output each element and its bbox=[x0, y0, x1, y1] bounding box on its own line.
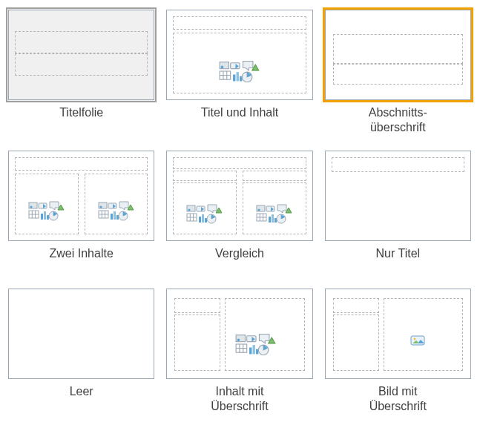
placeholder-caption-left bbox=[173, 171, 237, 181]
layout-thumbnail bbox=[8, 10, 154, 100]
layout-option-leer[interactable]: Leer bbox=[6, 286, 157, 414]
placeholder-title bbox=[173, 16, 306, 30]
layout-label: Titel und Inhalt bbox=[164, 105, 315, 132]
layout-option-inhalt-mit-ueberschrift[interactable]: Inhalt mit Überschrift bbox=[164, 286, 315, 414]
picture-icon bbox=[410, 335, 425, 348]
placeholder-text bbox=[174, 314, 220, 371]
layout-option-bild-mit-ueberschrift[interactable]: Bild mit Überschrift bbox=[323, 286, 473, 414]
layout-option-vergleich[interactable]: Vergleich bbox=[164, 148, 315, 273]
layout-thumbnail bbox=[325, 10, 471, 100]
placeholder-subtitle bbox=[333, 64, 463, 85]
layout-thumbnail bbox=[166, 289, 312, 379]
content-icons-icon bbox=[186, 203, 223, 226]
layout-label: Inhalt mit Überschrift bbox=[164, 384, 315, 414]
layout-option-titelfolie[interactable]: Titelfolie bbox=[6, 7, 157, 135]
layout-label: Titelfolie bbox=[6, 105, 157, 132]
layout-label: Nur Titel bbox=[323, 246, 473, 273]
placeholder-title bbox=[332, 157, 464, 172]
placeholder-title bbox=[333, 34, 463, 64]
content-icons-icon bbox=[256, 203, 293, 226]
layout-thumbnail bbox=[8, 151, 154, 241]
placeholder-title bbox=[333, 298, 379, 313]
layout-gallery: Titelfolie Titel und Inhalt Abschnitts- … bbox=[6, 7, 473, 414]
layout-option-abschnittsueberschrift[interactable]: Abschnitts- überschrift bbox=[323, 7, 473, 135]
placeholder-subtitle bbox=[15, 53, 148, 76]
placeholder-caption-right bbox=[243, 171, 306, 181]
layout-label: Leer bbox=[6, 384, 157, 411]
placeholder-title bbox=[173, 157, 306, 169]
placeholder-text bbox=[333, 314, 379, 371]
content-icons-icon bbox=[219, 59, 260, 85]
placeholder-title bbox=[174, 298, 220, 313]
layout-thumbnail bbox=[8, 289, 154, 379]
placeholder-title bbox=[15, 157, 148, 171]
content-icons-icon bbox=[235, 332, 277, 358]
layout-option-nur-titel[interactable]: Nur Titel bbox=[323, 148, 473, 273]
layout-thumbnail bbox=[166, 10, 312, 100]
placeholder-picture bbox=[384, 298, 463, 371]
layout-label: Abschnitts- überschrift bbox=[323, 105, 473, 135]
layout-thumbnail bbox=[325, 289, 471, 379]
content-icons-icon bbox=[28, 200, 65, 223]
placeholder-title bbox=[15, 31, 148, 53]
layout-label: Bild mit Überschrift bbox=[323, 384, 473, 414]
content-icons-icon bbox=[98, 200, 135, 223]
layout-label: Vergleich bbox=[164, 246, 315, 273]
layout-thumbnail bbox=[325, 151, 471, 241]
layout-label: Zwei Inhalte bbox=[6, 246, 157, 273]
layout-option-titel-und-inhalt[interactable]: Titel und Inhalt bbox=[164, 7, 315, 135]
layout-thumbnail bbox=[166, 151, 312, 241]
layout-option-zwei-inhalte[interactable]: Zwei Inhalte bbox=[6, 148, 157, 273]
